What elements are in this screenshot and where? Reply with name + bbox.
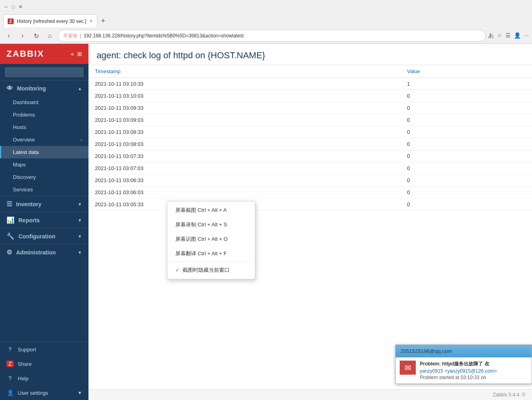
table-row: 2021-10-11 03:06:330 <box>88 174 532 187</box>
notification-header: 2551525196@qq.com <box>396 345 532 357</box>
table-row: 2021-10-11 03:09:330 <box>88 102 532 114</box>
table-row: 2021-10-11 03:06:030 <box>88 187 532 199</box>
search-input[interactable] <box>5 67 84 77</box>
notification-body: ✉ Problem: httpd服务出故障了 在 yanzy0915 <yanz… <box>396 357 532 384</box>
sidebar-item-problems[interactable]: Problems <box>0 109 88 121</box>
table-row: 2021-10-11 03:05:330 <box>88 199 532 211</box>
notification-title: Problem: httpd服务出故障了 在 <box>420 361 497 367</box>
context-menu-screen-record[interactable]: 屏幕录制 Ctrl + Alt + S <box>167 217 255 232</box>
sidebar-item-services[interactable]: Services <box>0 183 88 196</box>
new-tab-button[interactable]: + <box>97 15 109 27</box>
collections-icon[interactable]: ☰ <box>505 32 511 39</box>
overview-chevron: › <box>80 137 82 142</box>
monitoring-icon: 👁 <box>6 85 13 92</box>
share-item[interactable]: Z Share <box>0 357 88 371</box>
expand-icon[interactable]: ⊞ <box>77 51 82 57</box>
screen-record-label: 屏幕录制 Ctrl + Alt + S <box>175 221 227 228</box>
sidebar-item-maps[interactable]: Maps <box>0 158 88 171</box>
table-body: 2021-10-11 03:10:3312021-10-11 03:10:030… <box>88 78 532 211</box>
more-icon[interactable]: ··· <box>524 32 529 39</box>
read-mode-icon[interactable]: あ <box>488 32 494 39</box>
collapse-icon[interactable]: « <box>71 51 74 57</box>
cell-value: 0 <box>401 174 532 187</box>
administration-label: Administration <box>16 249 56 256</box>
notification-email: 2551525196@qq.com <box>401 348 452 354</box>
sidebar-item-label: Discovery <box>13 174 36 180</box>
url-box[interactable]: 不安全 | 192.168.136.228/history.php?itemid… <box>58 30 486 42</box>
home-button[interactable]: ⌂ <box>44 30 55 41</box>
tab-title: History [refreshed every 30 sec.] <box>17 18 86 24</box>
url-text: 192.168.136.228/history.php?itemids%5B0%… <box>84 33 481 39</box>
configuration-header[interactable]: 🔧 Configuration ▼ <box>0 228 88 244</box>
hide-on-capture-label: 截图时隐藏当前窗口 <box>183 267 230 274</box>
user-settings-item[interactable]: 👤 User settings ▼ <box>0 386 88 400</box>
configuration-label: Configuration <box>18 233 55 240</box>
sidebar-item-label: Hosts <box>13 124 26 130</box>
sidebar-item-overview[interactable]: Overview › <box>0 133 88 146</box>
cell-value: 0 <box>401 187 532 199</box>
cell-value: 1 <box>401 78 532 90</box>
page-title: agent: check log of httpd on {HOST.NAME} <box>88 44 532 65</box>
inventory-section: ☰ Inventory ▼ <box>0 196 88 212</box>
user-icon: 👤 <box>6 390 14 396</box>
inventory-header[interactable]: ☰ Inventory ▼ <box>0 196 88 212</box>
monitoring-header[interactable]: 👁 Monitoring ▲ <box>0 81 88 96</box>
notification-link-text[interactable]: yanzy0915 <box>420 368 443 374</box>
cell-timestamp: 2021-10-11 03:07:03 <box>88 162 401 174</box>
refresh-button[interactable]: ↻ <box>31 30 42 41</box>
title-bar-left: ─ □ ✕ <box>3 4 23 10</box>
profile-icon[interactable]: 👤 <box>514 32 521 39</box>
notification-sub: Problem started at 03:10:33 on <box>420 375 497 380</box>
footer-text: Zabbix 5.4.4. © <box>493 392 526 398</box>
table-wrapper: Timestamp Value 2021-10-11 03:10:3312021… <box>88 65 532 389</box>
sidebar: ZABBIX « ⊞ 🔍 👁 Monitoring ▲ Dashboard Pr… <box>0 44 88 400</box>
cell-value: 0 <box>401 114 532 126</box>
sidebar-item-discovery[interactable]: Discovery <box>0 171 88 183</box>
user-settings-chevron: ▼ <box>78 390 82 395</box>
context-menu-screenshot[interactable]: 屏幕截图 Ctrl + Alt + A <box>167 203 255 217</box>
notification-icon: ✉ <box>400 361 416 375</box>
user-settings-label: User settings <box>18 390 48 396</box>
cell-value: 0 <box>401 150 532 162</box>
inventory-icon: ☰ <box>6 200 12 208</box>
cell-timestamp: 2021-10-11 03:09:03 <box>88 114 401 126</box>
support-item[interactable]: ? Support <box>0 342 88 357</box>
sidebar-bottom: ? Support Z Share ? Help 👤 User settings… <box>0 342 88 400</box>
minimize-button[interactable]: ─ <box>3 4 9 10</box>
sidebar-item-latest-data[interactable]: Latest data <box>0 146 88 158</box>
monitoring-section: 👁 Monitoring ▲ Dashboard Problems Hosts … <box>0 80 88 196</box>
context-menu-screen-recognize[interactable]: 屏幕识图 Ctrl + Alt + O <box>167 232 255 246</box>
forward-button[interactable]: › <box>17 30 28 41</box>
sidebar-item-label: Services <box>13 187 33 193</box>
back-button[interactable]: ‹ <box>3 30 14 41</box>
sidebar-item-hosts[interactable]: Hosts <box>0 121 88 133</box>
context-menu: 屏幕截图 Ctrl + Alt + A 屏幕录制 Ctrl + Alt + S … <box>167 201 255 279</box>
context-menu-hide-on-capture[interactable]: ✓ 截图时隐藏当前窗口 <box>167 263 255 277</box>
table-row: 2021-10-11 03:07:030 <box>88 162 532 174</box>
search-box: 🔍 <box>0 64 88 80</box>
notification-popup: 2551525196@qq.com ✉ Problem: httpd服务出故障了… <box>395 345 532 384</box>
maximize-button[interactable]: □ <box>10 4 16 10</box>
browser-action-icons: あ ☆ ☰ 👤 ··· <box>488 32 529 39</box>
tab-close-button[interactable]: ✕ <box>89 18 93 24</box>
reports-header[interactable]: 📊 Reports ▼ <box>0 212 88 228</box>
sidebar-item-label: Maps <box>13 162 26 168</box>
cell-timestamp: 2021-10-11 03:08:33 <box>88 126 401 138</box>
configuration-chevron: ▼ <box>78 234 82 239</box>
logo-text: ZABBIX <box>6 49 44 59</box>
close-button[interactable]: ✕ <box>18 4 23 10</box>
notification-link-email: <yanzy0915@126.com> <box>444 368 497 374</box>
help-item[interactable]: ? Help <box>0 371 88 386</box>
cell-timestamp: 2021-10-11 03:07:33 <box>88 150 401 162</box>
inventory-label: Inventory <box>16 201 41 207</box>
context-menu-screen-translate[interactable]: 屏幕翻译 Ctrl + Alt + F <box>167 246 255 261</box>
table-row: 2021-10-11 03:08:330 <box>88 126 532 138</box>
active-tab[interactable]: Z History [refreshed every 30 sec.] ✕ <box>3 14 97 27</box>
security-warning: 不安全 <box>63 33 78 39</box>
administration-header[interactable]: ⚙ Administration ▼ <box>0 244 88 260</box>
context-menu-divider <box>167 262 255 262</box>
table-row: 2021-10-11 03:10:030 <box>88 90 532 102</box>
sidebar-item-dashboard[interactable]: Dashboard <box>0 96 88 109</box>
history-table: Timestamp Value 2021-10-11 03:10:3312021… <box>88 65 532 211</box>
favorites-icon[interactable]: ☆ <box>497 32 502 39</box>
